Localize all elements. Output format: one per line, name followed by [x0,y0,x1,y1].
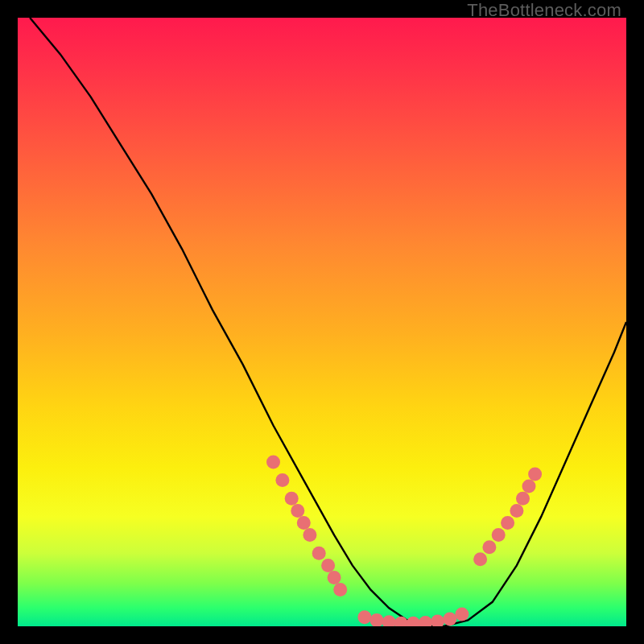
data-point [501,516,514,530]
data-point [522,480,536,493]
data-point [303,528,316,542]
data-point [407,617,420,626]
data-point [443,612,456,625]
datapoints-valley [357,607,469,626]
data-point [266,455,280,469]
data-point [482,540,496,554]
data-point [357,610,371,624]
data-point [510,504,523,518]
data-point [394,617,408,626]
data-point [312,547,326,560]
data-point [382,615,396,626]
data-point [528,468,542,481]
data-point [297,516,311,530]
data-point [370,613,384,626]
data-point [285,492,299,506]
chart-plot-area [18,18,626,626]
data-point [275,473,289,487]
data-point [492,528,506,542]
data-point [291,504,304,518]
bottleneck-curve [30,18,626,626]
data-point [473,552,487,566]
data-point [516,492,530,506]
data-point [328,571,341,584]
datapoints-right-arm [473,468,542,567]
chart-svg [18,18,626,626]
datapoints-left-arm [266,455,347,597]
data-point [419,616,432,626]
data-point [321,559,335,572]
data-point [455,607,469,621]
data-point [333,583,347,597]
data-point [431,615,444,627]
outer-frame: TheBottleneck.com [0,0,644,644]
